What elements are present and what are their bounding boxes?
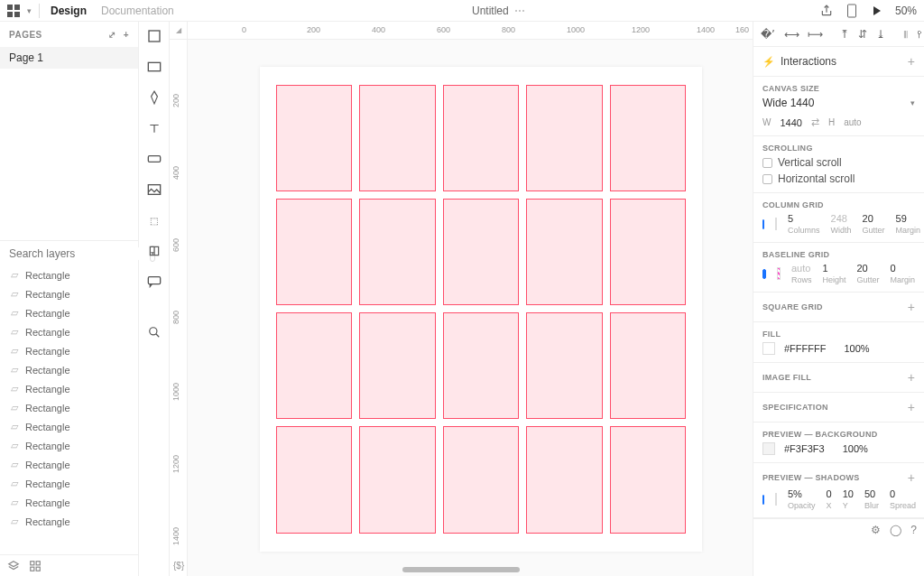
canvas[interactable]: ◢ 0200400600800100012001400160 200400600… (170, 22, 753, 576)
canvas-rectangle[interactable] (276, 426, 352, 533)
footer-settings-icon[interactable]: ⚙ (871, 524, 881, 536)
layers-view-icon[interactable] (7, 560, 20, 572)
tool-comment[interactable] (145, 273, 163, 291)
fill-swatch[interactable] (762, 342, 775, 355)
layer-item[interactable]: ▱Rectangle (0, 379, 138, 398)
baseline-toggle[interactable] (762, 269, 766, 279)
footer-help-icon[interactable]: ? (910, 524, 917, 536)
zoom-value[interactable]: 50% (895, 5, 917, 17)
colgrid-width-value[interactable]: 248 (831, 213, 847, 224)
tab-design[interactable]: Design (47, 5, 90, 17)
canvas-rectangle[interactable] (610, 426, 686, 533)
align-bottom-icon[interactable]: ⤓ (876, 27, 885, 42)
pages-expand-icon[interactable]: ⤢ (108, 30, 116, 40)
add-page-icon[interactable]: + (124, 30, 129, 40)
align-right-icon[interactable]: ⟼ (808, 27, 822, 42)
add-image-fill-icon[interactable]: + (908, 370, 915, 385)
align-top-icon[interactable]: ⤒ (840, 27, 849, 42)
title-more-icon[interactable]: ⋯ (514, 5, 525, 17)
page-item[interactable]: Page 1 (0, 47, 138, 69)
interactions-label[interactable]: Interactions (781, 55, 836, 68)
colgrid-toggle[interactable] (762, 219, 764, 229)
baseline-height-value[interactable]: 1 (822, 263, 827, 274)
layer-item[interactable]: ▱Rectangle (0, 493, 138, 512)
align-center-h-icon[interactable]: ⟷ (784, 27, 799, 42)
tool-icon[interactable] (145, 242, 163, 260)
colgrid-columns-value[interactable]: 5 (788, 213, 793, 224)
horizontal-scrollbar[interactable] (402, 567, 520, 572)
layer-item[interactable]: ▱Rectangle (0, 474, 138, 493)
canvas-rectangle[interactable] (276, 85, 352, 191)
layer-item[interactable]: ▱Rectangle (0, 284, 138, 303)
align-left-icon[interactable]: �ʼ (761, 27, 775, 42)
shadow-color-swatch[interactable] (775, 493, 777, 506)
baseline-gutter-value[interactable]: 20 (856, 263, 867, 274)
canvas-rectangle[interactable] (276, 312, 352, 419)
canvas-rectangle[interactable] (443, 199, 519, 305)
preview-bg-swatch[interactable] (762, 442, 775, 455)
add-shadow-icon[interactable]: + (908, 470, 915, 485)
document-title[interactable]: Untitled (472, 5, 509, 17)
layer-item[interactable]: ▱Rectangle (0, 265, 138, 284)
shadow-blur-value[interactable]: 50 (864, 488, 875, 499)
swap-wh-icon[interactable]: ⇄ (811, 116, 819, 128)
layer-item[interactable]: ▱Rectangle (0, 436, 138, 455)
shadow-spread-value[interactable]: 0 (890, 488, 895, 499)
distribute-h-icon[interactable]: ⫴ (903, 27, 908, 42)
layer-item[interactable]: ▱Rectangle (0, 417, 138, 436)
layer-item[interactable]: ▱Rectangle (0, 303, 138, 322)
tool-text[interactable] (145, 119, 163, 137)
preview-bg-opacity[interactable]: 100% (843, 443, 868, 454)
canvas-rectangle[interactable] (443, 312, 519, 419)
align-middle-icon[interactable]: ⇵ (858, 27, 867, 42)
artboard[interactable] (260, 67, 702, 552)
shadow-x-value[interactable]: 0 (827, 488, 832, 499)
canvas-rectangle[interactable] (359, 312, 435, 419)
canvas-rectangle[interactable] (610, 85, 686, 191)
shadow-opacity-value[interactable]: 5% (788, 488, 802, 499)
tool-button[interactable] (145, 150, 163, 168)
tab-documentation[interactable]: Documentation (97, 5, 178, 17)
preview-bg-hex[interactable]: #F3F3F3 (784, 443, 825, 454)
shadow-y-value[interactable]: 10 (843, 488, 854, 499)
canvas-rectangle[interactable] (359, 85, 435, 191)
play-icon[interactable] (870, 4, 884, 18)
tool-rectangle[interactable] (145, 58, 163, 76)
canvas-rectangle[interactable] (610, 312, 686, 419)
footer-accessibility-icon[interactable]: ◯ (890, 524, 901, 536)
canvas-rectangle[interactable] (443, 426, 519, 533)
fill-hex[interactable]: #FFFFFF (784, 343, 826, 354)
canvas-rectangle[interactable] (359, 199, 435, 305)
layer-item[interactable]: ▱Rectangle (0, 341, 138, 360)
tool-component[interactable]: ⬚ (145, 211, 163, 229)
fill-opacity[interactable]: 100% (844, 343, 869, 354)
width-value[interactable]: 1440 (780, 117, 801, 128)
vscroll-checkbox[interactable] (762, 158, 772, 168)
canvas-rectangle[interactable] (526, 85, 602, 191)
colgrid-gutter-value[interactable]: 20 (863, 213, 873, 224)
tool-frame[interactable] (145, 27, 163, 45)
canvas-rectangle[interactable] (526, 312, 602, 419)
canvas-rectangle[interactable] (526, 426, 602, 533)
canvas-rectangle[interactable] (359, 426, 435, 533)
add-spec-icon[interactable]: + (908, 400, 915, 414)
baseline-rows-value[interactable]: auto (791, 263, 810, 274)
canvas-rectangle[interactable] (276, 199, 352, 305)
device-icon[interactable] (845, 4, 859, 18)
layer-item[interactable]: ▱Rectangle (0, 360, 138, 379)
tool-image[interactable] (145, 181, 163, 199)
add-interaction-icon[interactable]: + (908, 54, 915, 69)
baseline-margin-value[interactable]: 0 (890, 263, 895, 274)
add-square-grid-icon[interactable]: + (908, 300, 915, 314)
layer-item[interactable]: ▱Rectangle (0, 455, 138, 474)
share-icon[interactable] (819, 4, 834, 18)
chevron-down-icon[interactable]: ▾ (27, 6, 32, 15)
canvas-rectangle[interactable] (610, 199, 686, 305)
layer-item[interactable]: ▱Rectangle (0, 322, 138, 341)
canvas-rectangle[interactable] (526, 199, 602, 305)
menu-grid-icon[interactable] (7, 5, 20, 17)
layer-item[interactable]: ▱Rectangle (0, 512, 138, 531)
colgrid-color-swatch[interactable] (775, 218, 777, 230)
search-layers-input[interactable] (9, 247, 144, 260)
hscroll-checkbox[interactable] (762, 174, 772, 184)
